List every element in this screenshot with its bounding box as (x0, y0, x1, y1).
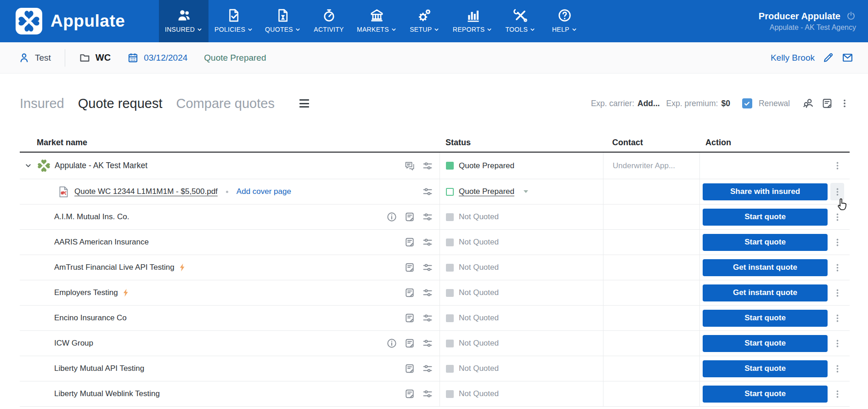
note-icon[interactable] (404, 211, 415, 222)
status-text: Not Quoted (459, 263, 499, 272)
nav-quotes[interactable]: QUOTES (259, 0, 307, 42)
policies-document-icon (226, 7, 242, 23)
action-button[interactable]: Start quote (703, 310, 828, 327)
sliders-icon[interactable] (422, 338, 433, 349)
action-button[interactable]: Start quote (703, 360, 828, 377)
kebab-menu-icon[interactable] (830, 360, 844, 377)
sliders-icon[interactable] (422, 363, 433, 374)
sliders-icon[interactable] (422, 211, 433, 222)
notes-icon[interactable] (821, 97, 833, 109)
more-options-kebab-icon[interactable] (840, 98, 850, 108)
effective-date-value[interactable]: 03/12/2024 (144, 53, 187, 63)
underwriter-search-icon[interactable] (803, 97, 815, 109)
status-dropdown-caret-icon[interactable] (524, 190, 528, 193)
market-name[interactable]: Appulate - AK Test Market (55, 161, 147, 170)
contact-name[interactable]: Kelly Brook (771, 53, 815, 63)
kebab-menu-icon[interactable] (830, 233, 844, 251)
action-button[interactable]: Start quote (703, 386, 828, 403)
sliders-icon[interactable] (422, 237, 433, 248)
kebab-menu-icon[interactable] (830, 157, 844, 175)
sliders-icon[interactable] (422, 388, 433, 399)
action-button[interactable]: Start quote (703, 335, 828, 352)
nav-label: POLICIES (214, 26, 245, 33)
kebab-menu-icon[interactable] (830, 259, 844, 276)
action-button[interactable]: Start quote (703, 234, 828, 251)
sliders-icon[interactable] (422, 287, 433, 298)
sliders-icon[interactable] (422, 160, 433, 171)
instant-quote-lightning-icon (178, 263, 187, 272)
sliders-icon[interactable] (422, 312, 433, 324)
add-cover-page-link[interactable]: Add cover page (237, 187, 291, 196)
status-square-green (446, 162, 454, 170)
nav-label: INSURED (165, 26, 195, 33)
note-icon[interactable] (404, 312, 415, 324)
note-icon[interactable] (404, 287, 415, 298)
market-row: Employers Testing Not Quoted Get instant… (20, 280, 850, 306)
summary-controls: Exp. carrier: Add... Exp. premium: $0 Re… (591, 97, 850, 109)
nav-policies[interactable]: POLICIES (209, 0, 259, 42)
status-text: Not Quoted (459, 212, 499, 222)
action-button[interactable]: Get instant quote (703, 259, 828, 276)
chevron-down-icon (486, 27, 492, 33)
note-icon[interactable] (404, 363, 415, 374)
tab-insured[interactable]: Insured (20, 96, 64, 111)
quote-status-link[interactable]: Quote Prepared (459, 187, 514, 196)
market-row: ICW Group Not Quoted Start quote (20, 331, 850, 356)
status-text: Not Quoted (459, 238, 499, 247)
edit-pencil-icon[interactable] (823, 52, 834, 63)
kebab-menu-icon[interactable] (830, 309, 844, 327)
col-status: Status (440, 138, 603, 148)
nav-setup[interactable]: SETUP (403, 0, 447, 42)
sliders-icon[interactable] (422, 186, 433, 197)
status-square-outline (446, 188, 454, 196)
tab-compare-quotes[interactable]: Compare quotes (176, 96, 275, 111)
exp-carrier[interactable]: Exp. carrier: Add... (591, 99, 660, 108)
nav-markets[interactable]: MARKETS (351, 0, 403, 42)
note-icon[interactable] (404, 338, 415, 349)
divider (65, 49, 65, 67)
exp-premium[interactable]: Exp. premium: $0 (666, 99, 730, 108)
email-envelope-icon[interactable] (842, 52, 853, 63)
exp-premium-value[interactable]: $0 (721, 99, 730, 108)
nav-label: TOOLS (505, 26, 528, 33)
user-name[interactable]: Producer Appulate (759, 11, 840, 22)
status-square-gray (446, 213, 454, 221)
messages-icon[interactable] (404, 160, 415, 171)
note-icon[interactable] (404, 262, 415, 273)
kebab-menu-icon[interactable] (830, 385, 844, 403)
action-button[interactable]: Get instant quote (703, 284, 828, 301)
note-icon[interactable] (404, 388, 415, 399)
sliders-icon[interactable] (422, 262, 433, 273)
nav-tools[interactable]: TOOLS (498, 0, 542, 42)
nav-activity[interactable]: ACTIVITY (307, 0, 351, 42)
page-toolbar: Insured Quote request Compare quotes Exp… (0, 92, 868, 115)
app-brand[interactable]: Appulate (0, 0, 138, 42)
line-of-business: WC (79, 52, 111, 63)
note-icon[interactable] (404, 237, 415, 248)
nav-insured[interactable]: INSURED (159, 0, 209, 42)
insured-name[interactable]: Test (35, 53, 51, 63)
insured-link[interactable]: Test (18, 52, 51, 63)
market-rows: A.I.M. Mutual Ins. Co. Not Quoted Start … (20, 204, 850, 407)
info-icon[interactable] (386, 338, 397, 349)
quote-pdf-link[interactable]: Quote WC 12344 L1M1M1M - $5,500.pdf (74, 187, 218, 196)
info-icon[interactable] (386, 211, 397, 222)
market-row: Liberty Mutual Weblink Testing Not Quote… (20, 381, 850, 407)
effective-date[interactable]: 03/12/2024 (127, 52, 187, 63)
nav-help[interactable]: HELP (542, 0, 586, 42)
share-with-insured-button[interactable]: Share with insured (703, 183, 828, 200)
nav-reports[interactable]: REPORTS (447, 0, 499, 42)
tab-quote-request[interactable]: Quote request (78, 96, 163, 111)
renewal-checkbox[interactable] (742, 98, 752, 108)
kebab-menu-icon[interactable] (830, 284, 844, 301)
status-text: Quote Prepared (459, 161, 514, 170)
setup-gears-icon (417, 7, 432, 23)
kebab-menu-icon[interactable] (830, 208, 844, 226)
exp-carrier-value[interactable]: Add... (637, 99, 660, 108)
logout-power-icon[interactable] (846, 11, 856, 21)
collapse-chevron-icon[interactable] (23, 161, 33, 170)
action-button[interactable]: Start quote (703, 209, 828, 226)
kebab-menu-icon[interactable] (830, 335, 844, 352)
kebab-menu-icon[interactable] (830, 183, 844, 200)
tabs-menu-icon[interactable] (298, 97, 311, 109)
